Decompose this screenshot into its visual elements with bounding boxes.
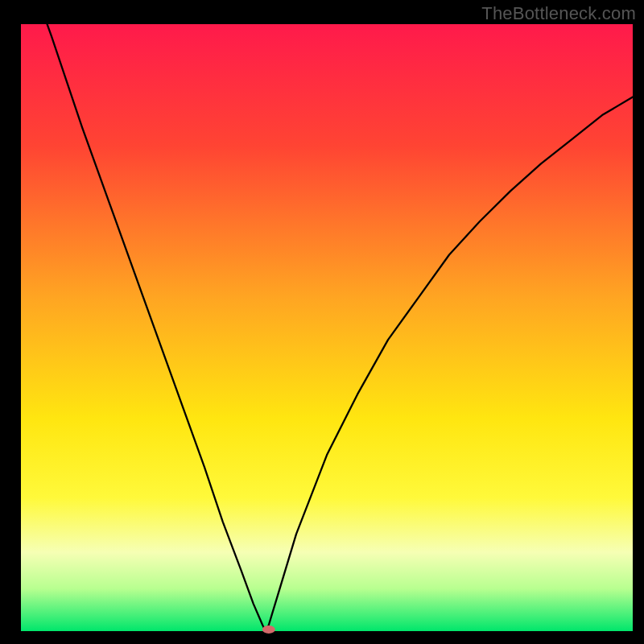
gradient-field	[21, 24, 633, 631]
optimal-marker	[262, 625, 275, 634]
chart-canvas	[0, 0, 644, 644]
watermark-text: TheBottleneck.com	[481, 3, 636, 24]
bottleneck-chart: TheBottleneck.com	[0, 0, 644, 644]
